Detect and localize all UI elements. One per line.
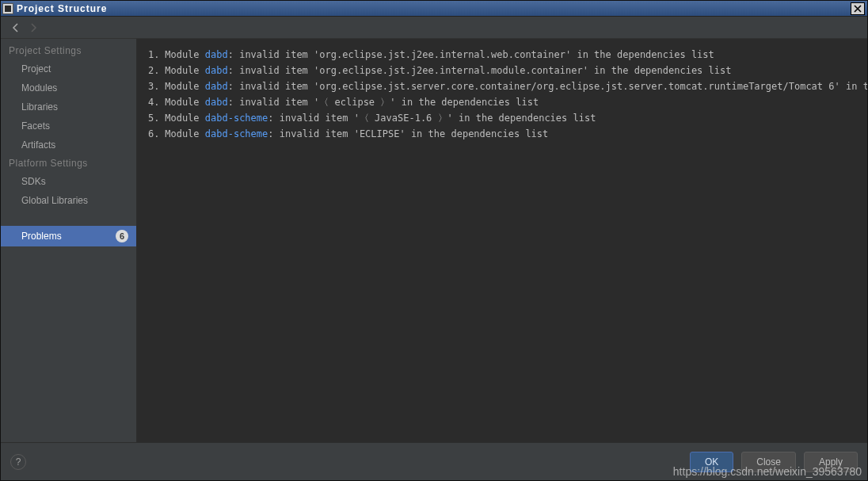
problem-prefix: Module bbox=[159, 81, 205, 92]
sidebar-item-artifacts[interactable]: Artifacts bbox=[1, 136, 136, 155]
problem-row[interactable]: 4. Module dabd: invalid item '〈 eclipse … bbox=[148, 94, 856, 110]
forward-button[interactable] bbox=[26, 21, 40, 35]
sidebar-item-modules[interactable]: Modules bbox=[1, 78, 136, 97]
module-link[interactable]: dabd bbox=[205, 65, 228, 76]
close-button[interactable] bbox=[851, 2, 865, 15]
sidebar-item-problems[interactable]: Problems 6 bbox=[1, 226, 136, 246]
problem-row[interactable]: 2. Module dabd: invalid item 'org.eclips… bbox=[148, 63, 856, 78]
problem-row[interactable]: 5. Module dabd-scheme: invalid item '〈 J… bbox=[148, 110, 856, 126]
problem-number: 1. bbox=[148, 47, 159, 63]
module-link[interactable]: dabd-scheme bbox=[205, 128, 268, 139]
problem-number: 5. bbox=[148, 110, 159, 126]
body: Project Settings Project Modules Librari… bbox=[1, 39, 867, 442]
problem-message: : invalid item 'ECLIPSE' in the dependen… bbox=[268, 128, 548, 139]
sidebar-item-facets[interactable]: Facets bbox=[1, 116, 136, 136]
problem-number: 3. bbox=[148, 78, 159, 94]
arrow-right-icon bbox=[28, 22, 39, 33]
help-icon: ? bbox=[16, 456, 21, 468]
sidebar-item-sdks[interactable]: SDKs bbox=[1, 172, 136, 191]
project-structure-window: Project Structure Project Settings Proje… bbox=[0, 0, 868, 481]
problem-message: : invalid item '〈 JavaSE-1.6 〉' in the d… bbox=[268, 113, 596, 124]
sidebar-item-label: Problems bbox=[21, 231, 62, 242]
module-link[interactable]: dabd bbox=[205, 81, 228, 92]
arrow-left-icon bbox=[10, 22, 21, 33]
sidebar-item-project[interactable]: Project bbox=[1, 59, 136, 78]
ok-button[interactable]: OK bbox=[690, 452, 733, 472]
problem-number: 6. bbox=[148, 126, 159, 142]
help-button[interactable]: ? bbox=[10, 454, 26, 470]
problem-prefix: Module bbox=[159, 97, 205, 108]
problem-prefix: Module bbox=[159, 128, 205, 139]
problem-row[interactable]: 1. Module dabd: invalid item 'org.eclips… bbox=[148, 47, 856, 63]
back-button[interactable] bbox=[9, 21, 23, 35]
module-link[interactable]: dabd-scheme bbox=[205, 113, 268, 124]
close-button-footer[interactable]: Close bbox=[741, 452, 796, 472]
problem-message: : invalid item '〈 eclipse 〉' in the depe… bbox=[228, 97, 539, 108]
problem-row[interactable]: 3. Module dabd: invalid item 'org.eclips… bbox=[148, 78, 856, 94]
problem-message: : invalid item 'org.eclipse.jst.j2ee.int… bbox=[228, 65, 732, 76]
module-link[interactable]: dabd bbox=[205, 49, 228, 60]
section-project-settings: Project Settings bbox=[1, 42, 136, 59]
problem-row[interactable]: 6. Module dabd-scheme: invalid item 'ECL… bbox=[148, 126, 856, 142]
problem-message: : invalid item 'org.eclipse.jst.j2ee.int… bbox=[228, 49, 714, 60]
problem-prefix: Module bbox=[159, 65, 205, 76]
problem-number: 4. bbox=[148, 94, 159, 110]
nav-row bbox=[1, 17, 867, 39]
section-platform-settings: Platform Settings bbox=[1, 155, 136, 172]
problems-count-badge: 6 bbox=[116, 230, 128, 242]
apply-button[interactable]: Apply bbox=[804, 452, 858, 472]
problems-panel: 1. Module dabd: invalid item 'org.eclips… bbox=[137, 39, 867, 442]
ok-label: OK bbox=[705, 456, 718, 468]
sidebar: Project Settings Project Modules Librari… bbox=[1, 39, 137, 442]
module-link[interactable]: dabd bbox=[205, 97, 228, 108]
sidebar-item-libraries[interactable]: Libraries bbox=[1, 97, 136, 116]
app-icon bbox=[2, 3, 13, 14]
apply-label: Apply bbox=[819, 456, 843, 468]
sidebar-item-global-libraries[interactable]: Global Libraries bbox=[1, 191, 136, 210]
problem-prefix: Module bbox=[159, 113, 205, 124]
title-bar: Project Structure bbox=[1, 1, 867, 17]
problem-prefix: Module bbox=[159, 49, 205, 60]
problem-number: 2. bbox=[148, 63, 159, 78]
window-title: Project Structure bbox=[17, 3, 107, 14]
close-label: Close bbox=[756, 456, 781, 468]
footer: ? OK Close Apply bbox=[1, 442, 867, 480]
close-icon bbox=[854, 5, 862, 13]
problem-message: : invalid item 'org.eclipse.jst.server.c… bbox=[228, 81, 867, 92]
